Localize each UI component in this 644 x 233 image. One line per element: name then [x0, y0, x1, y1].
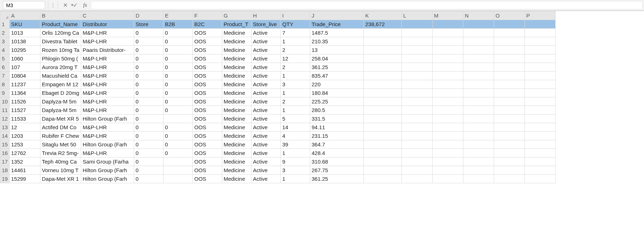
cell[interactable]: 11237	[10, 80, 40, 89]
cell[interactable]: Medicine	[222, 63, 252, 72]
cell[interactable]: 258.04	[310, 54, 364, 63]
cell[interactable]: 0	[134, 149, 164, 157]
cell[interactable]: Active	[252, 149, 281, 157]
cell[interactable]	[164, 157, 193, 166]
cell[interactable]	[525, 37, 556, 46]
cell[interactable]	[364, 166, 402, 175]
cell[interactable]	[463, 175, 494, 183]
cell[interactable]: M&P-LHR	[81, 132, 134, 140]
cell[interactable]	[433, 123, 463, 132]
cell[interactable]: 310.68	[310, 157, 364, 166]
cell[interactable]: Sitaglu Met 50	[40, 140, 81, 149]
cell[interactable]	[463, 54, 494, 63]
col-header-C[interactable]: C	[81, 11, 134, 20]
cell[interactable]: Trade_Price	[310, 20, 364, 29]
cell[interactable]: 11364	[10, 89, 40, 97]
cell[interactable]	[402, 54, 433, 63]
cell[interactable]	[433, 132, 463, 140]
cell[interactable]: Sami Group (Farha	[81, 157, 134, 166]
cell[interactable]: 0	[164, 72, 193, 80]
cell[interactable]: 1203	[10, 132, 40, 140]
cell[interactable]: 1352	[10, 157, 40, 166]
cell[interactable]: Divestra Tablet	[40, 37, 81, 46]
cell[interactable]	[494, 132, 525, 140]
cell[interactable]: 11533	[10, 115, 40, 123]
cell[interactable]	[463, 123, 494, 132]
cell[interactable]: 1013	[10, 29, 40, 37]
cell[interactable]: 0	[134, 80, 164, 89]
cell[interactable]	[463, 157, 494, 166]
cell[interactable]	[164, 175, 193, 183]
cell[interactable]	[463, 132, 494, 140]
row-header[interactable]: 9	[0, 89, 10, 97]
cell[interactable]: 220	[310, 80, 364, 89]
cell[interactable]: 2	[281, 63, 310, 72]
cell[interactable]	[463, 115, 494, 123]
cell[interactable]: 2	[281, 46, 310, 54]
cell[interactable]	[494, 89, 525, 97]
col-header-P[interactable]: P	[525, 11, 556, 20]
cell[interactable]: 3	[281, 166, 310, 175]
cell[interactable]: 280.5	[310, 106, 364, 115]
cell[interactable]	[402, 37, 433, 46]
cell[interactable]	[494, 72, 525, 80]
cell[interactable]	[494, 175, 525, 183]
cell[interactable]: 0	[134, 175, 164, 183]
cell[interactable]: Dapa-Met XR 1	[40, 175, 81, 183]
cell[interactable]: Active	[252, 106, 281, 115]
cell[interactable]	[433, 54, 463, 63]
cell[interactable]: 0	[164, 89, 193, 97]
cell[interactable]	[364, 29, 402, 37]
cell[interactable]	[463, 29, 494, 37]
cell[interactable]: Aurora 20mg T	[40, 63, 81, 72]
cell[interactable]: Macushield Ca	[40, 72, 81, 80]
cell[interactable]	[364, 72, 402, 80]
cell[interactable]	[364, 149, 402, 157]
cell[interactable]: OOS	[193, 123, 222, 132]
cell[interactable]: Active	[252, 166, 281, 175]
cell[interactable]: 180.84	[310, 89, 364, 97]
cell[interactable]: Active	[252, 37, 281, 46]
row-header[interactable]: 14	[0, 132, 10, 140]
cell[interactable]: Medicine	[222, 149, 252, 157]
cell[interactable]	[525, 132, 556, 140]
cell[interactable]: 0	[164, 149, 193, 157]
cell[interactable]	[433, 20, 463, 29]
row-header[interactable]: 15	[0, 140, 10, 149]
cell[interactable]: Medicine	[222, 123, 252, 132]
cell[interactable]: Dapa-Met XR 5	[40, 115, 81, 123]
cell[interactable]: M&P-LHR	[81, 89, 134, 97]
cell[interactable]: 1060	[10, 54, 40, 63]
cell[interactable]	[494, 80, 525, 89]
cell[interactable]: OOS	[193, 175, 222, 183]
cell[interactable]: 361.25	[310, 63, 364, 72]
cell[interactable]	[364, 123, 402, 132]
cell[interactable]	[402, 149, 433, 157]
cell[interactable]: Daplyza-M 5m	[40, 106, 81, 115]
cell[interactable]: OOS	[193, 63, 222, 72]
cell[interactable]: 0	[134, 97, 164, 106]
cell[interactable]	[525, 140, 556, 149]
cell[interactable]: 0	[134, 29, 164, 37]
col-header-H[interactable]: H	[252, 11, 281, 20]
cell[interactable]	[494, 123, 525, 132]
cell[interactable]: OOS	[193, 106, 222, 115]
cell[interactable]	[463, 80, 494, 89]
cell[interactable]	[494, 20, 525, 29]
cell[interactable]: Rubifer F Chew	[40, 132, 81, 140]
cell[interactable]: 1	[281, 106, 310, 115]
col-header-L[interactable]: L	[402, 11, 433, 20]
cell[interactable]: M&P-LHR	[81, 72, 134, 80]
cell[interactable]	[494, 46, 525, 54]
col-header-F[interactable]: F	[193, 11, 222, 20]
cell[interactable]: 14	[281, 123, 310, 132]
row-header[interactable]: 2	[0, 29, 10, 37]
row-header[interactable]: 18	[0, 166, 10, 175]
cell[interactable]: 11526	[10, 97, 40, 106]
cell[interactable]	[433, 72, 463, 80]
cell[interactable]: Medicine	[222, 89, 252, 97]
cell[interactable]: Active	[252, 175, 281, 183]
cell[interactable]: Hilton Group (Farh	[81, 166, 134, 175]
cell[interactable]: 225.25	[310, 97, 364, 106]
cell[interactable]: 12	[10, 123, 40, 132]
